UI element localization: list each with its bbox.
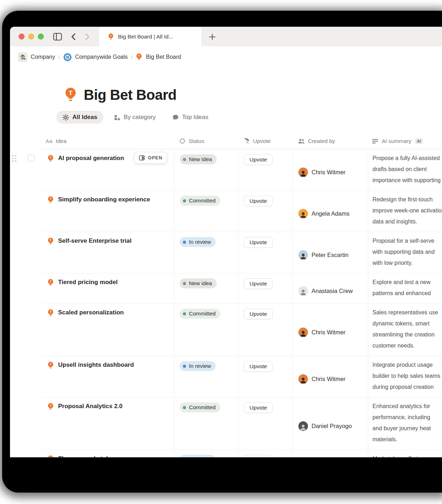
- ai-summary-cell[interactable]: Propose a fully AI-assisted drafts based…: [368, 149, 442, 190]
- creator-name: Daniel Prayogo: [312, 423, 352, 430]
- upvote-button[interactable]: Upvote: [244, 278, 273, 289]
- status-cell[interactable]: Committed: [174, 397, 238, 449]
- page-title: Big Bet Board: [84, 87, 176, 103]
- column-header-idea[interactable]: Aa Idea: [42, 138, 174, 144]
- close-window-button[interactable]: [19, 34, 25, 40]
- back-button[interactable]: [68, 32, 78, 42]
- lightbulb-icon: [135, 53, 143, 61]
- created-by-cell[interactable]: Anastasia Crew: [292, 273, 368, 303]
- ai-summary-cell[interactable]: Enhanced analytics for performance, incl…: [368, 397, 442, 449]
- avatar: [298, 374, 308, 384]
- view-tab-top-ideas[interactable]: Top Ideas: [166, 111, 215, 124]
- row-checkbox[interactable]: [28, 155, 35, 161]
- table-row[interactable]: Self-serve Enterprise trial In review Up…: [42, 232, 442, 273]
- view-tab-label: All Ideas: [72, 114, 97, 121]
- lightbulb-icon: [47, 455, 54, 457]
- ai-summary-cell[interactable]: Integrate product usage builder to help …: [368, 356, 442, 397]
- open-button[interactable]: OPEN: [134, 152, 167, 164]
- status-cell[interactable]: In review: [174, 450, 238, 457]
- created-by-cell[interactable]: Chris Witmer: [292, 356, 368, 397]
- idea-cell[interactable]: Themes marketplace: [42, 450, 174, 457]
- ai-summary-cell[interactable]: Proposal for a self-serve with supportin…: [368, 232, 442, 273]
- zoom-window-button[interactable]: [38, 34, 44, 40]
- tab-title: Big Bet Board | All Id...: [118, 34, 173, 40]
- avatar: [298, 250, 308, 260]
- ai-summary-cell[interactable]: Explore and test a new patterns and enha…: [368, 273, 442, 303]
- ai-summary-cell[interactable]: Redesign the first-touch improve week-on…: [368, 191, 442, 232]
- upvote-cell: Upvote: [238, 397, 292, 449]
- idea-cell[interactable]: Proposal Analytics 2.0: [42, 397, 174, 449]
- new-tab-button[interactable]: [207, 31, 217, 42]
- column-header-created-by[interactable]: Created by: [292, 138, 368, 144]
- status-label: Committed: [189, 404, 216, 411]
- column-header-status[interactable]: Status: [174, 138, 238, 144]
- column-label: Status: [189, 138, 204, 144]
- lightbulb-icon: [47, 237, 54, 245]
- created-by-cell[interactable]: Chris Witmer: [292, 304, 368, 356]
- status-dot: [183, 312, 186, 315]
- toggle-sidebar-button[interactable]: [52, 32, 62, 42]
- status-cell[interactable]: New idea: [174, 149, 238, 190]
- column-header-upvote[interactable]: Upvote: [238, 138, 292, 144]
- minimize-window-button[interactable]: [28, 34, 34, 40]
- people-icon: [298, 138, 305, 144]
- view-tab-all-ideas[interactable]: All Ideas: [56, 111, 103, 124]
- idea-cell[interactable]: Tiered pricing model: [42, 273, 174, 303]
- shapes-chart-icon: [114, 114, 120, 121]
- browser-tab[interactable]: Big Bet Board | All Id...: [99, 27, 201, 46]
- status-cell[interactable]: Committed: [174, 304, 238, 356]
- upvote-button[interactable]: Upvote: [244, 361, 273, 372]
- table-row[interactable]: Proposal Analytics 2.0 Committed Upvote: [42, 397, 442, 450]
- status-dot: [183, 158, 186, 161]
- idea-cell[interactable]: Scaled personalization: [42, 304, 174, 356]
- breadcrumb-item-companywide-goals[interactable]: Companywide Goals: [63, 53, 128, 62]
- idea-title: Tiered pricing model: [58, 279, 118, 286]
- table-row[interactable]: Themes marketplace In review Upvote: [42, 450, 442, 457]
- idea-cell[interactable]: Simplify onboarding experience: [42, 191, 174, 232]
- status-cell[interactable]: New idea: [174, 273, 238, 303]
- status-dot: [183, 365, 186, 368]
- table-header: Aa Idea Status Upvote: [42, 133, 442, 149]
- upvote-cell: Upvote: [238, 149, 292, 190]
- status-label: In review: [189, 363, 211, 369]
- breadcrumb: Company / Companywide Goals / Big Bet Bo…: [10, 46, 442, 68]
- status-cell[interactable]: Committed: [174, 191, 238, 232]
- breadcrumb-item-big-bet-board[interactable]: Big Bet Board: [135, 53, 181, 61]
- upvote-button[interactable]: Upvote: [244, 309, 273, 319]
- status-cell[interactable]: In review: [174, 356, 238, 397]
- drag-handle[interactable]: [12, 155, 16, 162]
- home-icon: [18, 52, 27, 62]
- sun-icon: [62, 114, 69, 121]
- table-row[interactable]: Upsell insights dashboard In review Upvo…: [42, 356, 442, 397]
- created-by-cell[interactable]: Amy White: [292, 450, 368, 457]
- upvote-button[interactable]: Upvote: [244, 455, 273, 457]
- table-row[interactable]: Tiered pricing model New idea Upvote: [42, 273, 442, 304]
- ai-summary-cell[interactable]: Sales representatives use dynamic tokens…: [368, 304, 442, 356]
- speech-bubble-icon: [172, 114, 179, 121]
- avatar: [298, 421, 308, 431]
- created-by-cell[interactable]: Peter Escartin: [292, 232, 368, 273]
- created-by-cell[interactable]: Chris Witmer: [292, 149, 368, 190]
- idea-cell[interactable]: AI proposal generation OPEN: [42, 149, 174, 190]
- created-by-cell[interactable]: Daniel Prayogo: [292, 397, 368, 449]
- table-row[interactable]: AI proposal generation OPEN New: [42, 149, 442, 191]
- view-tab-by-category[interactable]: By category: [108, 111, 162, 124]
- upvote-button[interactable]: Upvote: [244, 402, 273, 413]
- status-dot: [183, 199, 186, 202]
- breadcrumb-separator: /: [58, 54, 60, 60]
- forward-button[interactable]: [82, 32, 92, 42]
- app-window: Big Bet Board | All Id...: [10, 27, 442, 457]
- ai-summary-cell[interactable]: Marketplace offerings: [368, 450, 442, 457]
- table-row[interactable]: Simplify onboarding experience Committed…: [42, 191, 442, 232]
- column-header-ai-summary[interactable]: AI summary AI: [368, 138, 442, 144]
- breadcrumb-label: Big Bet Board: [146, 54, 181, 60]
- table-row[interactable]: Scaled personalization Committed Upvote: [42, 304, 442, 356]
- idea-cell[interactable]: Upsell insights dashboard: [42, 356, 174, 397]
- upvote-button[interactable]: Upvote: [244, 237, 273, 248]
- status-cell[interactable]: In review: [174, 232, 238, 273]
- created-by-cell[interactable]: Angela Adams: [292, 191, 368, 232]
- upvote-button[interactable]: Upvote: [244, 196, 273, 206]
- upvote-button[interactable]: Upvote: [244, 154, 273, 165]
- idea-cell[interactable]: Self-serve Enterprise trial: [42, 232, 174, 273]
- breadcrumb-item-company[interactable]: Company: [18, 52, 55, 62]
